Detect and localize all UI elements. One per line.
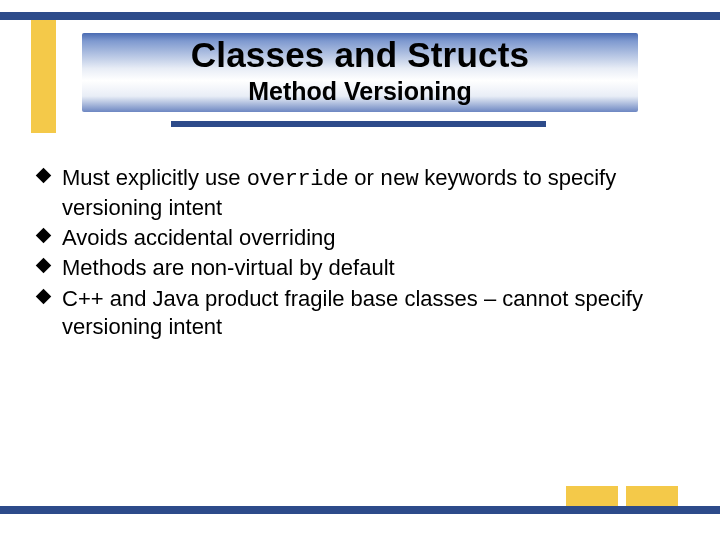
- top-navy-bar: [0, 12, 720, 20]
- header-band: Classes and Structs Method Versioning: [82, 33, 638, 112]
- diamond-icon: [36, 258, 52, 274]
- bottom-gold-block-2: [626, 486, 678, 506]
- bullet-text-pre: Must explicitly use: [62, 165, 247, 190]
- bullet-item: Must explicitly use override or new keyw…: [36, 164, 676, 222]
- slide-title: Classes and Structs: [82, 35, 638, 75]
- bullet-item: C++ and Java product fragile base classe…: [36, 285, 676, 341]
- vertical-gold-bar: [31, 20, 56, 133]
- bullet-text-mid: or: [348, 165, 380, 190]
- bullet-text: C++ and Java product fragile base classe…: [62, 286, 643, 339]
- slide-subtitle: Method Versioning: [82, 77, 638, 106]
- code-keyword-override: override: [247, 167, 349, 192]
- header-underline: [171, 121, 546, 127]
- diamond-icon: [36, 288, 52, 304]
- bullet-list: Must explicitly use override or new keyw…: [36, 164, 676, 343]
- diamond-icon: [36, 168, 52, 184]
- bottom-gold-block-1: [566, 486, 618, 506]
- bottom-navy-bar: [0, 506, 720, 514]
- bullet-item: Avoids accidental overriding: [36, 224, 676, 252]
- slide: Classes and Structs Method Versioning Mu…: [0, 0, 720, 540]
- bullet-text: Avoids accidental overriding: [62, 225, 336, 250]
- bullet-item: Methods are non-virtual by default: [36, 254, 676, 282]
- code-keyword-new: new: [380, 167, 418, 192]
- bullet-text: Methods are non-virtual by default: [62, 255, 395, 280]
- diamond-icon: [36, 228, 52, 244]
